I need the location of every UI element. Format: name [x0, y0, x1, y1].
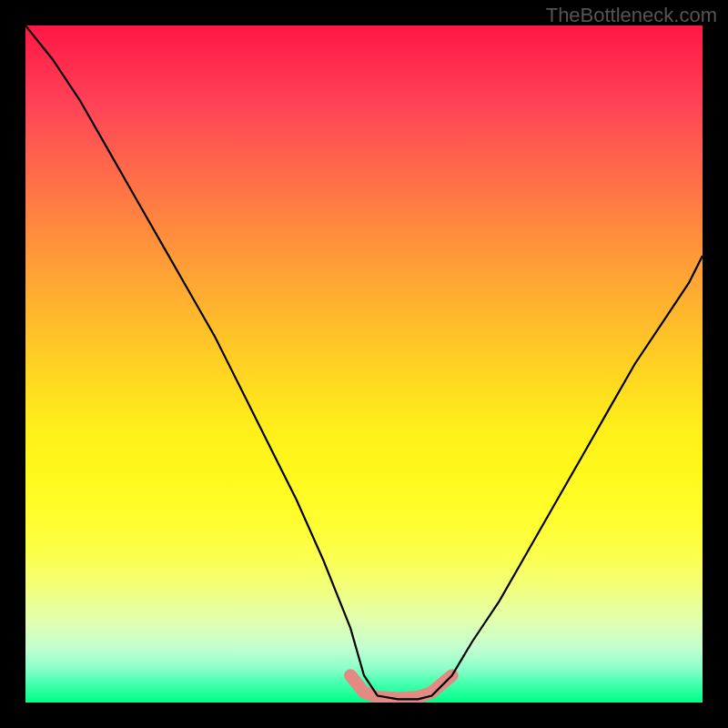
watermark-text: TheBottleneck.com	[546, 4, 717, 27]
plot-area	[25, 25, 703, 703]
main-curve	[25, 25, 703, 699]
outer-frame: TheBottleneck.com	[0, 0, 728, 728]
curve-svg	[25, 25, 703, 703]
